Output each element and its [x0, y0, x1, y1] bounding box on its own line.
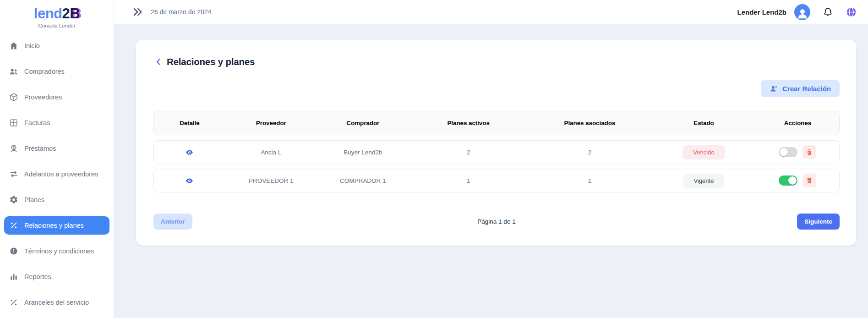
- sidebar-item-compradores[interactable]: Compradores: [4, 62, 109, 81]
- sidebar-item-label: Reportes: [24, 273, 51, 280]
- percent-icon: [9, 298, 18, 307]
- sidebar-item-facturas[interactable]: Facturas: [4, 114, 109, 132]
- trash-icon: [806, 148, 813, 156]
- table-cell-comprador: COMPRADOR 1: [317, 177, 409, 184]
- table-header: Detalle Proveedor Comprador Planes activ…: [153, 111, 840, 135]
- chevron-left-icon[interactable]: [153, 57, 164, 67]
- column-header-acciones: Acciones: [756, 120, 839, 126]
- create-relation-button[interactable]: Crear Relación: [761, 80, 840, 97]
- home-icon: [9, 41, 18, 50]
- sidebar-item-label: Compradores: [24, 68, 65, 75]
- sidebar-item-reportes[interactable]: Reportes: [4, 268, 109, 286]
- column-header-planes-activos: Planes activos: [409, 120, 528, 126]
- status-badge: Vigente: [683, 174, 725, 188]
- status-badge: Vencido: [682, 145, 725, 159]
- column-header-proveedor: Proveedor: [225, 120, 317, 126]
- table-cell-estado: Vencido: [651, 145, 756, 159]
- column-header-estado: Estado: [651, 120, 756, 126]
- gear-icon: [9, 195, 18, 204]
- table-cell-detalle: [154, 177, 225, 185]
- bell-icon[interactable]: [823, 7, 833, 17]
- create-relation-label: Crear Relación: [782, 85, 831, 93]
- sidebar-item-label: Términos y condiciones: [24, 247, 94, 255]
- sidebar-item-relaciones-y-planes[interactable]: Relaciones y planes: [4, 216, 109, 235]
- table-row: PROVEEDOR 1 COMPRADOR 1 1 1 Vigente: [153, 169, 840, 192]
- brand-logo-text: lend: [34, 5, 62, 22]
- sidebar-item-label: Planes: [24, 196, 44, 203]
- sidebar-item-label: Aranceles del servicio: [24, 299, 89, 306]
- bar-chart-icon: [9, 272, 18, 281]
- sidebar-item-label: Adelantos a proveedores: [24, 170, 98, 178]
- buyers-icon: [9, 67, 18, 76]
- table-cell-planes-activos: 1: [409, 177, 528, 184]
- table-cell-proveedor: PROVEEDOR 1: [225, 177, 317, 184]
- sidebar-item-label: Facturas: [24, 119, 50, 126]
- sidebar-nav: Inicio Compradores Proveedores Facturas …: [0, 37, 114, 312]
- brand: lend2B Consola Lender: [0, 0, 114, 28]
- brand-subtitle: Consola Lender: [0, 23, 114, 28]
- sidebar-item-aranceles[interactable]: Aranceles del servicio: [4, 293, 109, 312]
- loans-icon: $: [9, 144, 18, 153]
- trash-icon: [806, 177, 813, 184]
- brand-logo: lend2B: [0, 5, 114, 22]
- double-chevron-right-icon[interactable]: [131, 6, 143, 18]
- column-header-detalle: Detalle: [154, 120, 225, 126]
- page-title: Relaciones y planes: [167, 56, 255, 67]
- main-area: Relaciones y planes Crear Relación Detal…: [114, 24, 868, 318]
- table-cell-estado: Vigente: [651, 174, 756, 188]
- invoices-icon: [9, 118, 18, 127]
- sidebar: lend2B Consola Lender Inicio Compradores…: [0, 0, 114, 318]
- sidebar-item-label: Inicio: [24, 42, 40, 49]
- table-cell-detalle: [154, 148, 225, 156]
- active-toggle[interactable]: [779, 175, 797, 186]
- toggle-knob: [788, 176, 797, 185]
- sidebar-item-label: Proveedores: [24, 93, 62, 101]
- table-cell-acciones: [756, 145, 839, 159]
- suppliers-icon: [9, 93, 18, 102]
- toggle-knob: [780, 148, 788, 156]
- table-cell-comprador: Buyer Lend2b: [317, 149, 409, 156]
- title-row: Relaciones y planes: [153, 54, 840, 70]
- content-card: Relaciones y planes Crear Relación Detal…: [136, 40, 856, 246]
- eye-icon[interactable]: [186, 177, 193, 185]
- current-date: 26 de marzo de 2024: [151, 8, 211, 16]
- sidebar-item-label: Relaciones y planes: [24, 222, 84, 229]
- relations-table: Detalle Proveedor Comprador Planes activ…: [153, 111, 840, 192]
- sidebar-item-adelantos[interactable]: Adelantos a proveedores: [4, 165, 109, 183]
- table-cell-acciones: [756, 174, 839, 187]
- sidebar-item-terminos[interactable]: Términos y condiciones: [4, 242, 109, 260]
- user-name: Lender Lend2b: [737, 8, 786, 16]
- sidebar-item-label: Préstamos: [24, 145, 56, 152]
- avatar[interactable]: [794, 4, 810, 20]
- delete-button[interactable]: [802, 174, 816, 187]
- topbar: 26 de marzo de 2024 Lender Lend2b: [114, 0, 868, 24]
- table-row: Ancla L Buyer Lend2b 2 2 Vencido: [153, 140, 840, 164]
- percent-icon: [9, 221, 18, 230]
- sidebar-item-proveedores[interactable]: Proveedores: [4, 88, 109, 106]
- svg-text:$: $: [13, 145, 15, 149]
- table-cell-planes-asociados: 2: [528, 149, 651, 156]
- sidebar-item-planes[interactable]: Planes: [4, 191, 109, 209]
- page-indicator: Página 1 de 1: [153, 218, 840, 225]
- table-cell-planes-asociados: 1: [528, 177, 651, 184]
- person-plus-icon: [770, 84, 778, 93]
- column-header-comprador: Comprador: [317, 120, 409, 126]
- exclamation-circle-icon: [9, 247, 18, 256]
- active-toggle[interactable]: [779, 147, 797, 157]
- sidebar-item-prestamos[interactable]: $ Préstamos: [4, 139, 109, 158]
- transfers-icon: [9, 170, 18, 179]
- globe-icon[interactable]: [846, 6, 857, 18]
- table-cell-planes-activos: 2: [409, 149, 528, 156]
- pagination: Anterior Página 1 de 1 Siguiente: [153, 214, 840, 230]
- sidebar-item-inicio[interactable]: Inicio: [4, 37, 109, 55]
- toolbar-row: Crear Relación: [153, 80, 840, 97]
- column-header-planes-asociados: Planes asociados: [528, 120, 651, 126]
- delete-button[interactable]: [802, 145, 816, 159]
- table-cell-proveedor: Ancla L: [225, 149, 317, 156]
- eye-icon[interactable]: [186, 148, 193, 156]
